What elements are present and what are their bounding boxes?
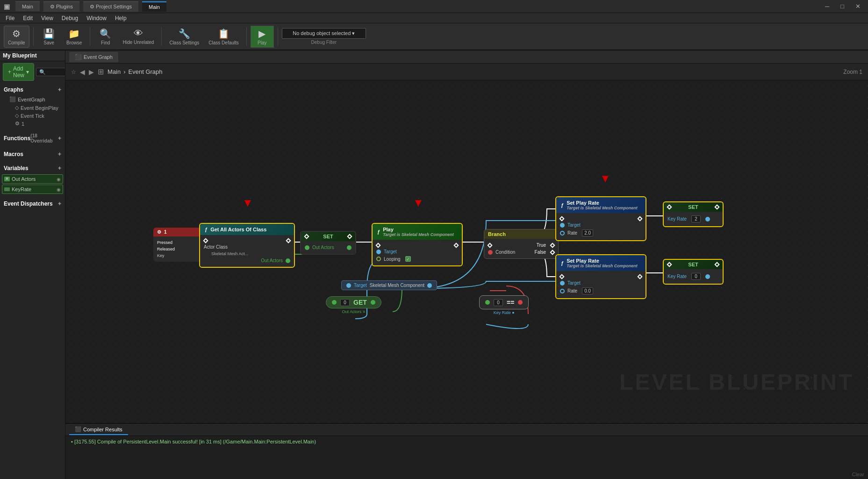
smc-out-dot: [427, 283, 432, 288]
menu-help[interactable]: Help: [111, 14, 130, 22]
out-actors-pin-row: Out Actors: [200, 257, 294, 264]
branch-title: Branch: [488, 231, 506, 237]
compare-op: ==: [507, 299, 514, 306]
get-all-actors-node[interactable]: ƒ Get All Actors Of Class Actor Class Sk…: [199, 223, 295, 268]
play-icon2: ƒ: [377, 229, 380, 235]
tab-project-settings[interactable]: ⚙ Project Settings: [83, 1, 138, 12]
variable-keyrate[interactable]: KeyRate ◉: [2, 185, 63, 194]
keyrate-label: KeyRate: [12, 186, 31, 192]
menu-view[interactable]: View: [37, 14, 57, 22]
toolbar-sep5: [278, 27, 278, 46]
class-settings-button[interactable]: 🔧 Class Settings: [165, 26, 203, 47]
nav-forward-button[interactable]: ▶: [89, 68, 94, 76]
sidebar-item-tick[interactable]: ◇ Event Tick: [0, 112, 65, 120]
out-actors-eye[interactable]: ◉: [57, 177, 61, 182]
menu-edit[interactable]: Edit: [19, 14, 36, 22]
menu-file[interactable]: File: [2, 14, 18, 22]
set-node-1[interactable]: SET Out Actors: [300, 231, 356, 255]
variable-out-actors[interactable]: ≡ Out Actors ◉: [2, 174, 63, 184]
spr1-target-label: Target: [567, 222, 581, 228]
save-button[interactable]: 💾 Save: [37, 26, 61, 47]
smc-dot: [346, 283, 351, 288]
looping-checkbox[interactable]: ✓: [405, 256, 411, 262]
tab-main1[interactable]: Main: [15, 1, 40, 11]
debug-filter-dropdown[interactable]: No debug object selected ▾: [282, 28, 366, 39]
set-node-1-title: SET: [311, 234, 345, 239]
play-icon: ▶: [258, 28, 265, 39]
key1-label: 1: [22, 121, 24, 127]
content-area: ⬛ Event Graph ☆ ◀ ▶ ⊞ Main › Event Graph…: [65, 50, 868, 479]
save-label: Save: [43, 40, 54, 45]
smc-name: Skeletal Mesh Component: [370, 283, 424, 288]
branch-condition-label: Condition: [495, 250, 515, 255]
event-graph-tab-label: Event Graph: [84, 54, 113, 60]
get-all-actors-title: Get All Actors Of Class: [210, 227, 266, 232]
keyrate-eye[interactable]: ◉: [57, 187, 61, 192]
event-dispatchers-label: Event Dispatchers: [4, 200, 53, 207]
skeletal-mesh-component-node[interactable]: Target Skeletal Mesh Component: [341, 280, 437, 290]
functions-add-button[interactable]: +: [58, 135, 61, 142]
variables-label: Variables: [4, 165, 29, 172]
maximize-button[interactable]: □: [837, 3, 848, 10]
event-dispatchers-add-button[interactable]: +: [58, 200, 61, 207]
hide-unrelated-button[interactable]: 👁 Hide Unrelated: [119, 26, 158, 47]
released-label: Released: [157, 247, 175, 251]
class-defaults-button[interactable]: 📋 Class Defaults: [205, 26, 242, 47]
sidebar-item-beginplay[interactable]: ◇ Event BeginPlay: [0, 104, 65, 112]
nav-back-button[interactable]: ◀: [80, 68, 85, 76]
branch-true-pin: [550, 243, 555, 248]
play-button[interactable]: ▶ Play: [251, 26, 274, 48]
sidebar-item-1[interactable]: ⚙ 1: [0, 120, 65, 128]
set-out-pin: [347, 245, 352, 250]
event-graph-tab[interactable]: ⬛ Event Graph: [69, 52, 118, 62]
clear-label[interactable]: Clear: [852, 472, 864, 477]
add-new-button[interactable]: + Add New ▾: [3, 63, 34, 81]
blueprint-canvas[interactable]: ▼ ▼ ▼ ⚙ 1 Pressed Released: [65, 80, 868, 423]
get-title: GET: [353, 299, 367, 306]
macros-label: Macros: [4, 151, 23, 157]
key1-icon: ⚙: [15, 121, 20, 127]
menu-debug[interactable]: Debug: [58, 14, 82, 22]
branch-node[interactable]: Branch True Condition False: [484, 229, 559, 259]
blueprint-search-input[interactable]: [36, 68, 65, 76]
event-graph-tab-icon: ⬛: [75, 54, 82, 60]
ue-logo: ▣: [4, 3, 10, 10]
variables-add-button[interactable]: +: [58, 165, 61, 172]
set-play-rate-2-title: Set Play Rate: [567, 258, 638, 264]
star-button[interactable]: ☆: [71, 69, 76, 75]
set-key-rate-2-node[interactable]: SET Key Rate 0: [663, 259, 724, 285]
skr2-pin: Key Rate 0: [664, 272, 723, 281]
variables-section: Variables + ≡ Out Actors ◉ KeyRate ◉: [0, 161, 65, 197]
set-play-rate-2-node[interactable]: ƒ Set Play Rate Target is Skeletal Mesh …: [555, 254, 646, 299]
pressed-label: Pressed: [157, 240, 172, 245]
close-button[interactable]: ✕: [852, 3, 864, 10]
compile-button[interactable]: ⚙ Compile: [4, 26, 29, 48]
macros-add-button[interactable]: +: [58, 151, 61, 157]
toolbar: ⚙ Compile 💾 Save 📁 Browse 🔍 Find 👁 Hide …: [0, 23, 868, 50]
set-key-rate-1-node[interactable]: SET Key Rate 2: [663, 201, 724, 227]
tab-plugins[interactable]: ⚙ Plugins: [43, 1, 79, 12]
skr2-exec-in: [667, 262, 672, 267]
get-node[interactable]: 0 GET Out Actors ≡: [326, 296, 381, 314]
menu-window[interactable]: Window: [83, 14, 110, 22]
compare-node[interactable]: 0 == Key Rate ●: [479, 295, 529, 315]
find-button[interactable]: 🔍 Find: [94, 26, 117, 47]
graphs-add-button[interactable]: +: [58, 86, 61, 93]
tab-main2[interactable]: Main: [142, 1, 166, 12]
minimize-button[interactable]: ─: [821, 3, 833, 10]
spr2-exec-in: [559, 274, 564, 279]
set-play-rate-1-node[interactable]: ƒ Set Play Rate Target is Skeletal Mesh …: [555, 196, 646, 241]
graph-header: ☆ ◀ ▶ ⊞ Main › Event Graph Zoom 1: [65, 64, 868, 80]
breadcrumb-root[interactable]: Main: [108, 68, 121, 75]
branch-exec-pin: True: [484, 242, 558, 249]
skr1-out-pin: [705, 217, 710, 222]
sidebar-item-eventgraph[interactable]: ⬛ EventGraph: [0, 95, 65, 104]
compiler-results-tab[interactable]: ⬛ Compiler Results: [69, 424, 128, 435]
browse-button[interactable]: 📁 Browse: [63, 26, 86, 47]
spr1-rate-pin: Rate 2.0: [556, 229, 646, 237]
class-settings-label: Class Settings: [169, 40, 199, 45]
eventgraph-icon: ⬛: [9, 96, 16, 102]
play-node[interactable]: ƒ Play Target is Skeletal Mesh Component…: [372, 223, 463, 266]
compile-label: Compile: [8, 40, 25, 45]
breadcrumb-sep: ›: [123, 68, 125, 75]
